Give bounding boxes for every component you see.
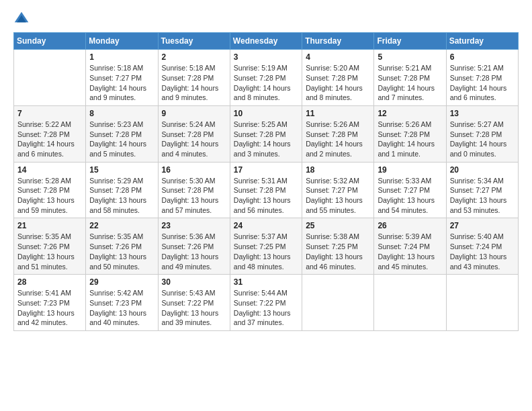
- weekday-header-monday: Monday: [86, 33, 158, 50]
- calendar-week-row: 21Sunrise: 5:35 AM Sunset: 7:26 PM Dayli…: [14, 218, 519, 275]
- calendar-cell: 18Sunrise: 5:32 AM Sunset: 7:27 PM Dayli…: [302, 162, 374, 218]
- day-number: 9: [162, 109, 226, 118]
- calendar-cell: 6Sunrise: 5:21 AM Sunset: 7:28 PM Daylig…: [446, 50, 518, 106]
- day-info: Sunrise: 5:21 AM Sunset: 7:28 PM Dayligh…: [378, 63, 442, 103]
- day-info: Sunrise: 5:34 AM Sunset: 7:27 PM Dayligh…: [450, 176, 515, 216]
- day-info: Sunrise: 5:36 AM Sunset: 7:26 PM Dayligh…: [162, 232, 226, 271]
- day-number: 20: [450, 165, 515, 175]
- day-number: 2: [162, 52, 226, 62]
- day-info: Sunrise: 5:30 AM Sunset: 7:28 PM Dayligh…: [162, 176, 226, 216]
- day-info: Sunrise: 5:24 AM Sunset: 7:28 PM Dayligh…: [162, 120, 226, 159]
- calendar-cell: 10Sunrise: 5:25 AM Sunset: 7:28 PM Dayli…: [230, 105, 302, 162]
- calendar-cell: 28Sunrise: 5:41 AM Sunset: 7:23 PM Dayli…: [14, 275, 86, 331]
- day-info: Sunrise: 5:39 AM Sunset: 7:24 PM Dayligh…: [378, 232, 442, 271]
- calendar-cell: 25Sunrise: 5:38 AM Sunset: 7:25 PM Dayli…: [302, 218, 374, 275]
- calendar-cell: 17Sunrise: 5:31 AM Sunset: 7:28 PM Dayli…: [230, 162, 302, 218]
- day-info: Sunrise: 5:22 AM Sunset: 7:28 PM Dayligh…: [17, 120, 82, 159]
- day-info: Sunrise: 5:44 AM Sunset: 7:22 PM Dayligh…: [234, 288, 298, 328]
- day-number: 10: [234, 109, 298, 118]
- calendar-cell: 15Sunrise: 5:29 AM Sunset: 7:28 PM Dayli…: [86, 162, 158, 218]
- day-info: Sunrise: 5:32 AM Sunset: 7:27 PM Dayligh…: [306, 176, 370, 216]
- calendar-cell: 22Sunrise: 5:35 AM Sunset: 7:26 PM Dayli…: [86, 218, 158, 275]
- calendar-cell: 7Sunrise: 5:22 AM Sunset: 7:28 PM Daylig…: [14, 105, 86, 162]
- day-info: Sunrise: 5:38 AM Sunset: 7:25 PM Dayligh…: [306, 232, 370, 271]
- calendar-cell: 5Sunrise: 5:21 AM Sunset: 7:28 PM Daylig…: [374, 50, 446, 106]
- calendar-cell: [302, 275, 374, 331]
- page: SundayMondayTuesdayWednesdayThursdayFrid…: [0, 0, 532, 411]
- calendar-cell: 2Sunrise: 5:18 AM Sunset: 7:28 PM Daylig…: [158, 50, 230, 106]
- day-info: Sunrise: 5:42 AM Sunset: 7:23 PM Dayligh…: [89, 288, 154, 328]
- day-number: 22: [89, 221, 154, 230]
- calendar-cell: 24Sunrise: 5:37 AM Sunset: 7:25 PM Dayli…: [230, 218, 302, 275]
- day-number: 13: [450, 109, 515, 118]
- weekday-header-tuesday: Tuesday: [158, 33, 230, 50]
- calendar-cell: 20Sunrise: 5:34 AM Sunset: 7:27 PM Dayli…: [446, 162, 518, 218]
- day-number: 5: [378, 52, 442, 62]
- calendar-cell: 12Sunrise: 5:26 AM Sunset: 7:28 PM Dayli…: [374, 105, 446, 162]
- day-info: Sunrise: 5:26 AM Sunset: 7:28 PM Dayligh…: [306, 120, 370, 159]
- day-number: 26: [378, 221, 442, 230]
- day-info: Sunrise: 5:28 AM Sunset: 7:28 PM Dayligh…: [17, 176, 82, 216]
- calendar-week-row: 14Sunrise: 5:28 AM Sunset: 7:28 PM Dayli…: [14, 162, 519, 218]
- day-number: 30: [162, 277, 226, 287]
- day-number: 11: [306, 109, 370, 118]
- weekday-header-row: SundayMondayTuesdayWednesdayThursdayFrid…: [14, 33, 519, 50]
- weekday-header-thursday: Thursday: [302, 33, 374, 50]
- day-number: 7: [17, 109, 82, 118]
- day-info: Sunrise: 5:19 AM Sunset: 7:28 PM Dayligh…: [234, 63, 298, 103]
- day-info: Sunrise: 5:35 AM Sunset: 7:26 PM Dayligh…: [89, 232, 154, 271]
- day-number: 25: [306, 221, 370, 230]
- logo-icon: [13, 11, 30, 27]
- day-info: Sunrise: 5:18 AM Sunset: 7:27 PM Dayligh…: [89, 63, 154, 103]
- weekday-header-friday: Friday: [374, 33, 446, 50]
- day-info: Sunrise: 5:25 AM Sunset: 7:28 PM Dayligh…: [234, 120, 298, 159]
- calendar-cell: 26Sunrise: 5:39 AM Sunset: 7:24 PM Dayli…: [374, 218, 446, 275]
- day-number: 23: [162, 221, 226, 230]
- day-number: 17: [234, 165, 298, 175]
- day-number: 27: [450, 221, 515, 230]
- day-info: Sunrise: 5:31 AM Sunset: 7:28 PM Dayligh…: [234, 176, 298, 216]
- calendar-cell: 8Sunrise: 5:23 AM Sunset: 7:28 PM Daylig…: [86, 105, 158, 162]
- calendar-cell: 11Sunrise: 5:26 AM Sunset: 7:28 PM Dayli…: [302, 105, 374, 162]
- day-info: Sunrise: 5:33 AM Sunset: 7:27 PM Dayligh…: [378, 176, 442, 216]
- day-info: Sunrise: 5:40 AM Sunset: 7:24 PM Dayligh…: [450, 232, 515, 271]
- day-number: 1: [89, 52, 154, 62]
- calendar-cell: 21Sunrise: 5:35 AM Sunset: 7:26 PM Dayli…: [14, 218, 86, 275]
- day-info: Sunrise: 5:20 AM Sunset: 7:28 PM Dayligh…: [306, 63, 370, 103]
- calendar-cell: 3Sunrise: 5:19 AM Sunset: 7:28 PM Daylig…: [230, 50, 302, 106]
- calendar-week-row: 28Sunrise: 5:41 AM Sunset: 7:23 PM Dayli…: [14, 275, 519, 331]
- day-number: 3: [234, 52, 298, 62]
- day-info: Sunrise: 5:43 AM Sunset: 7:22 PM Dayligh…: [162, 288, 226, 328]
- day-number: 16: [162, 165, 226, 175]
- calendar-cell: 13Sunrise: 5:27 AM Sunset: 7:28 PM Dayli…: [446, 105, 518, 162]
- day-number: 31: [234, 277, 298, 287]
- day-info: Sunrise: 5:26 AM Sunset: 7:28 PM Dayligh…: [378, 120, 442, 159]
- day-number: 18: [306, 165, 370, 175]
- calendar-cell: 19Sunrise: 5:33 AM Sunset: 7:27 PM Dayli…: [374, 162, 446, 218]
- header: [13, 11, 519, 27]
- calendar-cell: 4Sunrise: 5:20 AM Sunset: 7:28 PM Daylig…: [302, 50, 374, 106]
- calendar-cell: 31Sunrise: 5:44 AM Sunset: 7:22 PM Dayli…: [230, 275, 302, 331]
- calendar-table: SundayMondayTuesdayWednesdayThursdayFrid…: [13, 32, 519, 331]
- day-number: 12: [378, 109, 442, 118]
- calendar-week-row: 7Sunrise: 5:22 AM Sunset: 7:28 PM Daylig…: [14, 105, 519, 162]
- weekday-header-wednesday: Wednesday: [230, 33, 302, 50]
- day-number: 28: [17, 277, 82, 287]
- calendar-cell: [446, 275, 518, 331]
- day-number: 4: [306, 52, 370, 62]
- day-number: 6: [450, 52, 515, 62]
- weekday-header-sunday: Sunday: [14, 33, 86, 50]
- day-info: Sunrise: 5:35 AM Sunset: 7:26 PM Dayligh…: [17, 232, 82, 271]
- calendar-cell: 30Sunrise: 5:43 AM Sunset: 7:22 PM Dayli…: [158, 275, 230, 331]
- day-info: Sunrise: 5:41 AM Sunset: 7:23 PM Dayligh…: [17, 288, 82, 328]
- day-number: 15: [89, 165, 154, 175]
- calendar-cell: 16Sunrise: 5:30 AM Sunset: 7:28 PM Dayli…: [158, 162, 230, 218]
- weekday-header-saturday: Saturday: [446, 33, 518, 50]
- day-number: 14: [17, 165, 82, 175]
- day-number: 8: [89, 109, 154, 118]
- day-info: Sunrise: 5:21 AM Sunset: 7:28 PM Dayligh…: [450, 63, 515, 103]
- day-info: Sunrise: 5:29 AM Sunset: 7:28 PM Dayligh…: [89, 176, 154, 216]
- calendar-cell: 14Sunrise: 5:28 AM Sunset: 7:28 PM Dayli…: [14, 162, 86, 218]
- day-number: 29: [89, 277, 154, 287]
- calendar-cell: 29Sunrise: 5:42 AM Sunset: 7:23 PM Dayli…: [86, 275, 158, 331]
